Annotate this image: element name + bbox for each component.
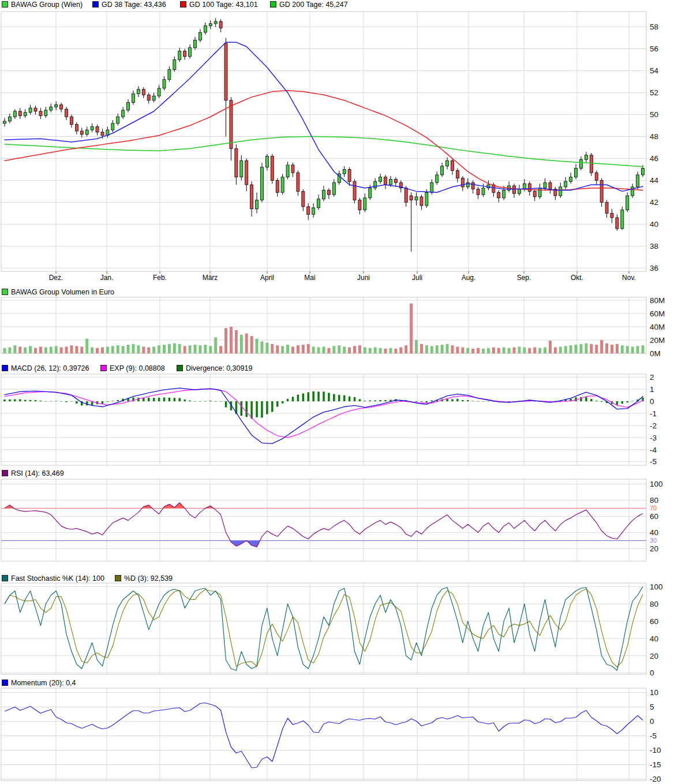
svg-text:70: 70 bbox=[650, 505, 657, 512]
svg-text:-15: -15 bbox=[650, 760, 661, 769]
legend-item: BAWAG Group (Wien) bbox=[2, 1, 83, 9]
svg-text:-4: -4 bbox=[650, 446, 657, 454]
svg-text:Feb.: Feb. bbox=[153, 274, 167, 282]
svg-text:Okt.: Okt. bbox=[571, 274, 583, 282]
svg-text:60M: 60M bbox=[650, 309, 665, 318]
legend-label: BAWAG Group (Wien) bbox=[11, 1, 83, 9]
svg-text:-1: -1 bbox=[650, 409, 657, 418]
svg-text:Jan.: Jan. bbox=[100, 274, 114, 282]
svg-text:46: 46 bbox=[650, 154, 658, 163]
series-swatch-icon bbox=[180, 1, 186, 8]
svg-text:1: 1 bbox=[650, 385, 654, 394]
svg-text:März: März bbox=[203, 274, 218, 282]
svg-text:Juli: Juli bbox=[412, 274, 422, 282]
svg-text:2: 2 bbox=[650, 373, 654, 382]
svg-text:60: 60 bbox=[650, 617, 658, 626]
svg-text:-2: -2 bbox=[650, 421, 657, 430]
svg-text:20: 20 bbox=[650, 544, 658, 553]
legend-label: GD 38 Tage: 43,436 bbox=[102, 1, 166, 9]
svg-text:0M: 0M bbox=[650, 349, 661, 358]
svg-text:10: 10 bbox=[650, 688, 658, 697]
legend-label: RSI (14): 63,469 bbox=[11, 469, 64, 477]
svg-text:100: 100 bbox=[650, 480, 663, 488]
svg-text:40: 40 bbox=[650, 528, 658, 537]
svg-text:Mai: Mai bbox=[304, 274, 315, 282]
series-swatch-icon bbox=[2, 289, 8, 295]
series-swatch-icon bbox=[92, 1, 99, 8]
svg-text:80: 80 bbox=[650, 600, 658, 608]
svg-text:-3: -3 bbox=[650, 434, 657, 442]
svg-text:100: 100 bbox=[650, 583, 663, 591]
series-swatch-icon bbox=[2, 680, 8, 686]
legend-item: RSI (14): 63,469 bbox=[2, 469, 64, 477]
legend-item: EXP (9): 0,08808 bbox=[100, 364, 165, 372]
svg-text:0: 0 bbox=[650, 669, 654, 677]
svg-text:20M: 20M bbox=[650, 336, 665, 345]
svg-text:-10: -10 bbox=[650, 746, 661, 755]
series-swatch-icon bbox=[2, 1, 8, 8]
legend-item: GD 38 Tage: 43,436 bbox=[92, 1, 166, 9]
svg-text:44: 44 bbox=[650, 176, 659, 185]
legend-item: Momentum (20): 0,4 bbox=[2, 679, 76, 687]
svg-text:April: April bbox=[260, 274, 274, 282]
legend-item: Divergence: 0,30919 bbox=[177, 364, 252, 372]
legend-item: GD 200 Tage: 45,247 bbox=[270, 1, 348, 9]
svg-text:54: 54 bbox=[650, 66, 659, 75]
svg-text:38: 38 bbox=[650, 242, 658, 251]
svg-text:40: 40 bbox=[650, 220, 658, 229]
legend-label: GD 100 Tage: 43,101 bbox=[189, 1, 258, 9]
svg-text:-5: -5 bbox=[650, 457, 657, 466]
svg-text:Juni: Juni bbox=[357, 274, 370, 282]
svg-text:36: 36 bbox=[650, 264, 658, 272]
legend-item: MACD (26, 12): 0,39726 bbox=[2, 364, 89, 372]
series-swatch-icon bbox=[2, 575, 8, 581]
svg-text:40M: 40M bbox=[650, 323, 665, 331]
svg-text:30: 30 bbox=[650, 537, 657, 544]
legend-label: MACD (26, 12): 0,39726 bbox=[11, 364, 89, 372]
legend-label: BAWAG Group Volumen in Euro bbox=[11, 288, 114, 296]
series-swatch-icon bbox=[2, 470, 8, 476]
svg-text:56: 56 bbox=[650, 44, 658, 53]
legend-label: %D (3): 92,539 bbox=[124, 574, 173, 583]
svg-text:80: 80 bbox=[650, 496, 658, 505]
legend-label: GD 200 Tage: 45,247 bbox=[279, 1, 348, 9]
svg-text:Sep.: Sep. bbox=[517, 274, 531, 282]
svg-text:0: 0 bbox=[650, 717, 654, 726]
series-swatch-icon bbox=[100, 365, 107, 371]
svg-text:52: 52 bbox=[650, 88, 658, 97]
svg-text:42: 42 bbox=[650, 198, 658, 207]
bawag-technical-chart: 58565452504846444240383680M60M40M20M0M21… bbox=[0, 0, 678, 784]
legend-item: Fast Stochastic %K (14): 100 bbox=[2, 574, 104, 583]
series-swatch-icon bbox=[270, 1, 276, 8]
svg-text:60: 60 bbox=[650, 512, 658, 521]
svg-text:-20: -20 bbox=[650, 775, 661, 783]
legend-label: Divergence: 0,30919 bbox=[186, 364, 252, 372]
legend-label: Momentum (20): 0,4 bbox=[11, 679, 76, 687]
legend-item: %D (3): 92,539 bbox=[115, 574, 173, 583]
svg-text:20: 20 bbox=[650, 652, 658, 660]
legend-item: GD 100 Tage: 43,101 bbox=[180, 1, 258, 9]
svg-text:48: 48 bbox=[650, 132, 658, 141]
series-swatch-icon bbox=[2, 365, 8, 371]
series-swatch-icon bbox=[115, 575, 121, 581]
svg-text:Nov.: Nov. bbox=[622, 274, 636, 282]
svg-text:58: 58 bbox=[650, 23, 658, 31]
chart-canvas: 58565452504846444240383680M60M40M20M0M21… bbox=[0, 0, 678, 784]
legend-item: BAWAG Group Volumen in Euro bbox=[2, 288, 114, 296]
svg-text:Aug.: Aug. bbox=[462, 274, 476, 282]
svg-text:-5: -5 bbox=[650, 731, 657, 740]
svg-text:0: 0 bbox=[650, 397, 654, 406]
series-swatch-icon bbox=[177, 365, 183, 371]
svg-text:Dez.: Dez. bbox=[49, 274, 63, 282]
legend-label: Fast Stochastic %K (14): 100 bbox=[11, 574, 104, 583]
legend-label: EXP (9): 0,08808 bbox=[110, 364, 165, 372]
svg-text:40: 40 bbox=[650, 634, 658, 643]
svg-text:80M: 80M bbox=[650, 296, 665, 305]
svg-text:5: 5 bbox=[650, 703, 654, 711]
svg-text:50: 50 bbox=[650, 110, 658, 119]
